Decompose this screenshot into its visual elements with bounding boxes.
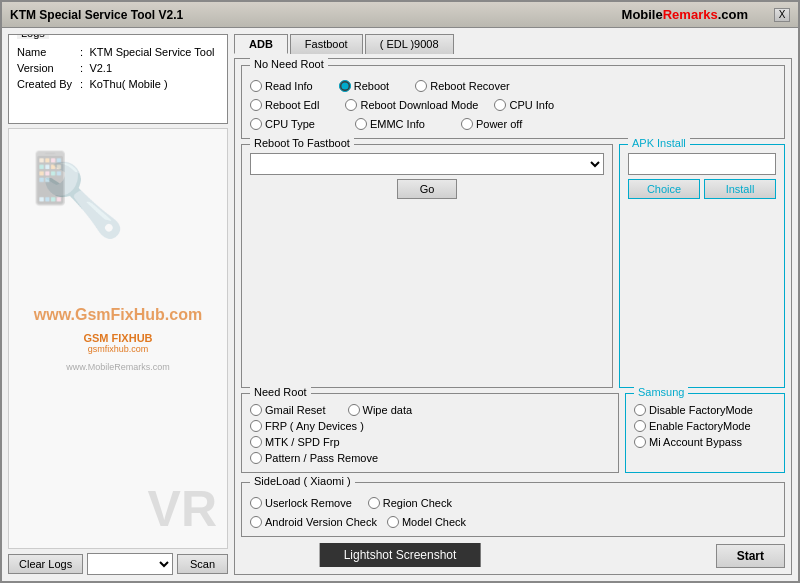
apk-path-input[interactable] [628,153,776,175]
sideload-row-1: Userlock Remove Region Check [250,497,776,509]
name-label: Name [15,45,76,59]
name-colon: : [78,45,85,59]
version-value: V2.1 [87,61,221,75]
sideload-label: SideLoad ( Xiaomi ) [250,475,355,487]
enable-factory-option[interactable]: Enable FactoryMode [634,420,751,432]
reboot-edl-option[interactable]: Reboot Edl [250,99,319,111]
read-info-option[interactable]: Read Info [250,80,313,92]
gmail-reset-radio[interactable] [250,404,262,416]
mi-account-option[interactable]: Mi Account Bypass [634,436,742,448]
region-check-label: Region Check [383,497,452,509]
go-button[interactable]: Go [397,179,457,199]
cpu-info-radio[interactable] [494,99,506,111]
radio-row-2: Reboot Edl Reboot Download Mode CPU Info [250,99,776,111]
created-colon: : [78,77,85,91]
start-button[interactable]: Start [716,544,785,568]
region-check-radio[interactable] [368,497,380,509]
reboot-radio[interactable] [339,80,351,92]
no-need-root-section: No Need Root Read Info Reboot [241,65,785,139]
wipe-data-option[interactable]: Wipe data [348,404,413,416]
disable-factory-option[interactable]: Disable FactoryMode [634,404,753,416]
tab-adb-content: No Need Root Read Info Reboot [234,58,792,575]
mtk-spd-option[interactable]: MTK / SPD Frp [250,436,340,448]
samsung-row-1: Disable FactoryMode [634,404,776,416]
cpu-info-option[interactable]: CPU Info [494,99,554,111]
frp-radio[interactable] [250,420,262,432]
choice-button[interactable]: Choice [628,179,700,199]
reboot-recover-option[interactable]: Reboot Recover [415,80,510,92]
sideload-row-2: Android Version Check Model Check [250,516,776,528]
need-root-row-4: Pattern / Pass Remove [250,452,610,464]
gsm-sub: gsmfixhub.com [83,344,152,354]
reboot-fastboot-label: Reboot To Fastboot [250,137,354,149]
reboot-edl-radio[interactable] [250,99,262,111]
brand-remarks: Remarks [663,7,718,22]
reboot-fastboot-box: Reboot To Fastboot Go [241,144,613,388]
userlock-radio[interactable] [250,497,262,509]
frp-label: FRP ( Any Devices ) [265,420,364,432]
sideload-box: SideLoad ( Xiaomi ) Userlock Remove Regi… [241,482,785,537]
need-root-options: Gmail Reset Wipe data FRP ( [250,404,610,464]
wipe-data-radio[interactable] [348,404,360,416]
gsm-text: GSM FIXHUB [83,332,152,344]
version-colon: : [78,61,85,75]
reboot-edl-label: Reboot Edl [265,99,319,111]
clear-logs-button[interactable]: Clear Logs [8,554,83,574]
emmc-info-radio[interactable] [355,118,367,130]
right-panel: ADB Fastboot ( EDL )9008 No Need Root Re… [234,34,792,575]
mtk-spd-radio[interactable] [250,436,262,448]
need-root-row-1: Gmail Reset Wipe data [250,404,610,416]
need-root-row-3: MTK / SPD Frp [250,436,610,448]
apk-buttons: Choice Install [628,179,776,199]
start-row: Start [241,544,785,568]
enable-factory-label: Enable FactoryMode [649,420,751,432]
reboot-download-option[interactable]: Reboot Download Mode [345,99,478,111]
power-off-option[interactable]: Power off [461,118,522,130]
close-button[interactable]: X [774,8,790,22]
cpu-type-radio[interactable] [250,118,262,130]
tab-adb[interactable]: ADB [234,34,288,54]
name-value: KTM Special Service Tool [87,45,221,59]
region-check-option[interactable]: Region Check [368,497,452,509]
android-version-radio[interactable] [250,516,262,528]
logs-info: Name : KTM Special Service Tool Version … [13,43,223,93]
need-root-label: Need Root [250,386,311,398]
pattern-option[interactable]: Pattern / Pass Remove [250,452,378,464]
model-check-radio[interactable] [387,516,399,528]
mobile-remarks-watermark: www.MobileRemarks.com [66,362,170,372]
created-value: KoThu( Mobile ) [87,77,221,91]
gmail-reset-option[interactable]: Gmail Reset [250,404,326,416]
userlock-option[interactable]: Userlock Remove [250,497,352,509]
tab-edl[interactable]: ( EDL )9008 [365,34,454,54]
logs-label: Logs [17,34,49,39]
reboot-recover-radio[interactable] [415,80,427,92]
reboot-option[interactable]: Reboot [339,80,389,92]
disable-factory-label: Disable FactoryMode [649,404,753,416]
model-check-label: Model Check [402,516,466,528]
phone-icon: 📱 [19,149,81,207]
reboot-fastboot-select[interactable] [250,153,604,175]
logs-box: Logs Name : KTM Special Service Tool Ver… [8,34,228,124]
emmc-info-option[interactable]: EMMC Info [355,118,425,130]
power-off-radio[interactable] [461,118,473,130]
tabs: ADB Fastboot ( EDL )9008 [234,34,792,54]
model-check-option[interactable]: Model Check [387,516,466,528]
android-version-option[interactable]: Android Version Check [250,516,377,528]
frp-option[interactable]: FRP ( Any Devices ) [250,420,364,432]
pattern-radio[interactable] [250,452,262,464]
mtk-spd-label: MTK / SPD Frp [265,436,340,448]
mi-account-radio[interactable] [634,436,646,448]
sideload-options: Userlock Remove Region Check Android Ver… [250,493,776,528]
scan-button[interactable]: Scan [177,554,228,574]
tab-fastboot[interactable]: Fastboot [290,34,363,54]
power-off-label: Power off [476,118,522,130]
port-select[interactable] [87,553,173,575]
gmail-reset-label: Gmail Reset [265,404,326,416]
reboot-download-radio[interactable] [345,99,357,111]
install-button[interactable]: Install [704,179,776,199]
disable-factory-radio[interactable] [634,404,646,416]
enable-factory-radio[interactable] [634,420,646,432]
cpu-type-option[interactable]: CPU Type [250,118,315,130]
read-info-radio[interactable] [250,80,262,92]
samsung-row-2: Enable FactoryMode [634,420,776,432]
